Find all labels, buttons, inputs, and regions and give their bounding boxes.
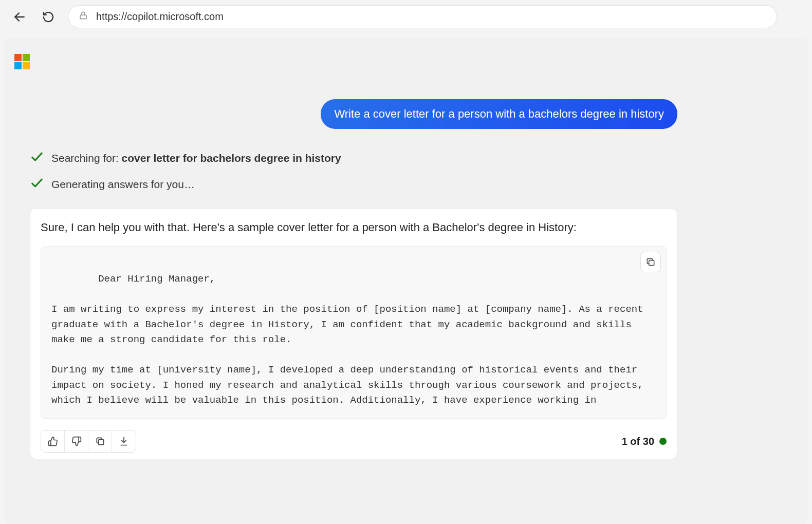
address-bar[interactable]: https://copilot.microsoft.com — [68, 5, 777, 28]
status-searching-text: Searching for: cover letter for bachelor… — [51, 152, 341, 164]
response-intro-text: Sure, I can help you with that. Here's a… — [41, 219, 667, 236]
status-dot-icon — [659, 438, 667, 445]
export-button[interactable] — [112, 431, 136, 452]
svg-rect-1 — [80, 15, 86, 19]
user-message-bubble: Write a cover letter for a person with a… — [321, 99, 677, 129]
url-text: https://copilot.microsoft.com — [96, 11, 224, 23]
assistant-response-card: Sure, I can help you with that. Here's a… — [30, 208, 677, 459]
thumbs-up-button[interactable] — [41, 431, 65, 452]
page-content: Write a cover letter for a person with a… — [4, 38, 808, 524]
cover-letter-block: Dear Hiring Manager, I am writing to exp… — [41, 246, 667, 419]
response-actions — [41, 430, 136, 453]
chat-area: Write a cover letter for a person with a… — [4, 48, 703, 470]
user-message-row: Write a cover letter for a person with a… — [30, 99, 677, 129]
pager-text: 1 of 30 — [622, 436, 654, 447]
refresh-button[interactable] — [39, 8, 58, 26]
response-footer: 1 of 30 — [41, 430, 667, 453]
lock-icon — [79, 11, 88, 23]
svg-rect-2 — [649, 260, 654, 266]
status-searching: Searching for: cover letter for bachelor… — [30, 149, 677, 166]
back-button[interactable] — [10, 8, 29, 26]
thumbs-down-button[interactable] — [65, 431, 88, 452]
copy-response-button[interactable] — [88, 431, 112, 452]
check-icon — [30, 176, 44, 193]
browser-toolbar: https://copilot.microsoft.com — [0, 0, 812, 33]
microsoft-logo[interactable] — [14, 54, 30, 69]
check-icon — [30, 149, 44, 166]
status-generating-text: Generating answers for you… — [51, 178, 195, 191]
copy-code-button[interactable] — [640, 252, 661, 272]
svg-rect-3 — [98, 440, 103, 445]
cover-letter-body: Dear Hiring Manager, I am writing to exp… — [51, 273, 649, 406]
response-pager: 1 of 30 — [622, 436, 667, 447]
status-generating: Generating answers for you… — [30, 176, 677, 193]
